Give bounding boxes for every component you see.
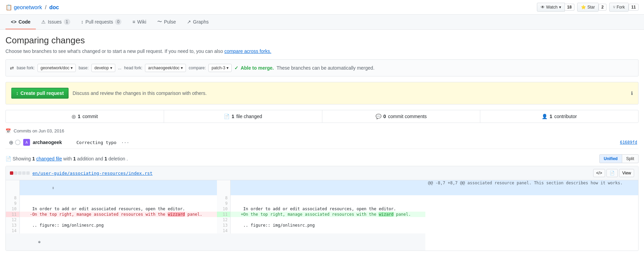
files-stat[interactable]: 📄 1 file changed (164, 110, 322, 123)
compare-select[interactable]: patch-3 ▾ (208, 64, 232, 72)
line-num-13-left: 13 (6, 223, 19, 228)
code-13-left: .. figure:: img/onlinesrc.png (19, 223, 217, 228)
code-9-right (231, 201, 425, 206)
bottom-expand-icon[interactable]: ⊕ (38, 240, 41, 244)
code-9-left (19, 201, 217, 206)
star-count: 2 (599, 4, 606, 11)
tab-wiki[interactable]: ≡ Wiki (127, 15, 152, 29)
hunk-num-left (6, 180, 19, 195)
pr-box: ↕ Create pull request Discuss and review… (5, 82, 639, 104)
watch-button[interactable]: 👁 Watch ▾ (537, 3, 565, 12)
contributors-stat[interactable]: 👤 1 contributor (480, 110, 638, 123)
head-fork-value: archaeogeek/doc (148, 66, 179, 70)
contributor-count: 1 (550, 114, 552, 119)
diff-header: 📄 Showing 1 changed file with 1 addition… (5, 154, 639, 163)
checkmark-icon: ✓ (234, 65, 238, 71)
changed-sq-gray-4 (26, 171, 30, 175)
repo-owner-link[interactable]: geonetwork (14, 4, 42, 10)
base-fork-chevron: ▾ (71, 66, 73, 70)
diff-line-10: 10 In order to add or edit associated re… (6, 206, 638, 212)
tab-code-label: Code (18, 19, 30, 25)
code-12-right (231, 217, 425, 223)
base-fork-select[interactable]: geonetwork/doc ▾ (38, 64, 76, 72)
tab-pull-requests[interactable]: ↕ Pull requests 0 (76, 15, 127, 30)
line-num-14-right: 14 (217, 228, 231, 233)
line-num-10-left: 10 (6, 206, 19, 212)
tab-pull-requests-label: Pull requests (86, 19, 113, 25)
expand-arrows-icon: ⇕ (52, 185, 54, 190)
comment-label: commit comments (388, 114, 427, 119)
path-separator: / (45, 4, 46, 10)
line-num-14-left: 14 (6, 228, 19, 233)
code-8-left (19, 195, 217, 201)
commit-author[interactable]: archaeogeek (33, 140, 74, 145)
comments-stat[interactable]: 💬 0 commit comments (322, 110, 481, 123)
commit-message-text: Correcting typo (76, 140, 116, 145)
filename-link[interactable]: en/user-guide/associating-resources/inde… (32, 171, 152, 176)
raw-code-button[interactable]: </> (593, 169, 605, 177)
tab-code[interactable]: <> Code (5, 15, 36, 29)
tab-graphs[interactable]: ↗ Graphs (181, 15, 214, 29)
changed-sq-red (10, 171, 13, 175)
code-10-left: In order to add or edit associated resou… (19, 206, 217, 212)
head-fork-chevron: ▾ (181, 66, 183, 70)
compare-across-forks-link[interactable]: compare across forks. (224, 48, 272, 54)
pull-request-icon: ↕ (81, 19, 84, 25)
changed-label[interactable]: changed file (36, 156, 62, 161)
line-num-13-right: 13 (217, 223, 231, 228)
commits-stat[interactable]: ◎ 1 commit (6, 110, 164, 123)
code-10-right: In order to add or edit associated resou… (231, 206, 425, 212)
sync-icon: ⇄ (10, 65, 14, 71)
pulse-icon: 〜 (157, 19, 162, 25)
watch-label: Watch (546, 5, 558, 10)
star-icon: ⭐ (581, 5, 586, 10)
avatar: A (23, 139, 30, 146)
calendar-icon: 📅 (5, 128, 11, 133)
code-icon: <> (11, 19, 16, 25)
commit-icon: ◎ (72, 114, 76, 119)
dots: ... (118, 66, 121, 70)
view-file-button[interactable]: 📄 (606, 169, 618, 177)
file-block: en/user-guide/associating-resources/inde… (5, 166, 639, 251)
base-label: base: (78, 66, 88, 70)
deletion-label: deletion (108, 156, 125, 161)
diff-line-13: 13 .. figure:: img/onlinesrc.png 13 .. f… (6, 223, 638, 228)
diff-expand-row: ⊕ (6, 233, 638, 251)
file-label: file changed (236, 114, 262, 119)
view-button[interactable]: View (619, 169, 634, 177)
addition-count: 1 (73, 156, 76, 161)
chevron-down-icon: ▾ (559, 5, 561, 10)
merge-status: ✓ Able to merge. (234, 65, 274, 71)
unified-button[interactable]: Unified (599, 154, 622, 163)
fork-count: 11 (629, 4, 639, 11)
file-block-actions: </> 📄 View (593, 169, 634, 177)
fork-button[interactable]: ⑂ Fork (609, 3, 629, 12)
line-num-8-left: 8 (6, 195, 19, 201)
expand-icon: ⊕ (7, 139, 15, 146)
file-count: 1 (232, 114, 234, 119)
star-label: Star (587, 5, 595, 10)
head-fork-select[interactable]: archaeogeek/doc ▾ (145, 64, 186, 72)
star-button[interactable]: ⭐ Star (577, 3, 599, 12)
tab-pulse[interactable]: 〜 Pulse (152, 15, 181, 30)
file-block-title: en/user-guide/associating-resources/inde… (10, 171, 152, 176)
star-group: ⭐ Star 2 (577, 3, 606, 12)
commits-section: 📅 Commits on Jun 03, 2016 ⊕ A archaeogee… (5, 128, 639, 149)
tab-issues[interactable]: ⚠ Issues 1 (36, 15, 75, 30)
hunk-header-text: @@ -8,7 +8,7 @@ associated resource pane… (425, 180, 638, 195)
changed-count: 1 (32, 156, 35, 161)
split-button[interactable]: Split (622, 154, 639, 163)
view-toggle: Unified Split (599, 154, 639, 163)
hunk-expand-right (231, 180, 425, 195)
commit-count: 1 (78, 114, 80, 119)
base-value: develop (94, 66, 109, 70)
commits-date: 📅 Commits on Jun 03, 2016 (5, 128, 639, 133)
compare-label: compare: (189, 66, 206, 70)
commit-sha[interactable]: 61689fd (620, 140, 637, 145)
code-11-right: +On the top right, manage associated res… (231, 212, 425, 217)
create-pull-request-button[interactable]: ↕ Create pull request (11, 88, 69, 99)
line-num-8-right: 8 (217, 195, 231, 201)
diff-line-9: 9 9 (6, 201, 638, 206)
base-select[interactable]: develop ▾ (91, 64, 115, 72)
repo-name-link[interactable]: doc (49, 4, 59, 10)
